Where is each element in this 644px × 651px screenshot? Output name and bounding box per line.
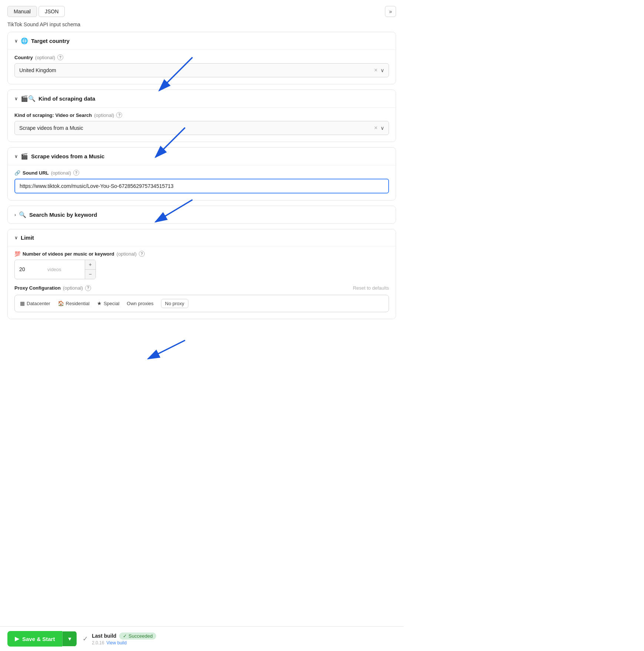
bottom-bar: ▶ Save & Start ▼ ✓ Last build ✓ Succeede… xyxy=(0,626,403,651)
scraping-type-controls: × ∨ xyxy=(374,125,384,131)
section-kind-scraping-header[interactable]: ∨ 🎬🔍 Kind of scraping data xyxy=(8,90,396,107)
version-label: 2.0.16 xyxy=(92,640,104,645)
proxy-datacenter-label: Datacenter xyxy=(27,301,50,306)
section-target-country-body: Country (optional) ? United Kingdom × ∨ xyxy=(8,50,396,84)
country-help-icon[interactable]: ? xyxy=(57,54,63,60)
proxy-residential[interactable]: 🏠 Residential xyxy=(58,300,90,306)
scraping-type-value: Scrape videos from a Music xyxy=(19,125,83,131)
scraping-type-clear-icon[interactable]: × xyxy=(374,125,378,131)
chevron-down-icon: ∨ xyxy=(14,38,18,44)
proxy-label-row: Proxy Configuration (optional) ? Reset t… xyxy=(14,285,389,291)
build-meta: 2.0.16 View build xyxy=(92,640,156,645)
section-search-music: › 🔍 Search Music by keyword xyxy=(7,206,396,224)
save-start-button[interactable]: ▶ Save & Start xyxy=(7,631,62,647)
chevron-down-icon-4: ∨ xyxy=(14,235,18,240)
section-kind-scraping: ∨ 🎬🔍 Kind of scraping data Kind of scrap… xyxy=(7,90,396,142)
section-kind-scraping-title: Kind of scraping data xyxy=(38,95,95,102)
num-videos-unit: videos xyxy=(44,267,85,272)
last-build-label-row: Last build ✓ Succeeded xyxy=(92,633,156,640)
save-start-dropdown-button[interactable]: ▼ xyxy=(62,631,77,646)
country-field-label: Country (optional) ? xyxy=(14,54,389,60)
main-content: ∨ 🌐 Target country Country (optional) ? … xyxy=(0,32,403,319)
section-scrape-music-title: Scrape videos from a Music xyxy=(31,153,104,159)
scraping-type-label: Kind of scraping: Video or Search (optio… xyxy=(14,112,389,118)
stepper-decrement[interactable]: − xyxy=(85,270,95,279)
reset-defaults-link[interactable]: Reset to defaults xyxy=(353,285,389,291)
last-build-text: Last build xyxy=(92,633,116,639)
last-build-info: Last build ✓ Succeeded 2.0.16 View build xyxy=(92,633,156,645)
globe-icon: 🌐 xyxy=(21,37,28,44)
chevron-down-icon-2: ∨ xyxy=(14,96,18,101)
stepper-increment[interactable]: + xyxy=(85,260,95,270)
chevron-down-icon-3: ∨ xyxy=(14,154,18,159)
proxy-own[interactable]: Own proxies xyxy=(127,301,154,306)
section-limit-title: Limit xyxy=(21,235,34,241)
datacenter-icon: ▦ xyxy=(20,300,25,306)
section-limit-header[interactable]: ∨ Limit xyxy=(8,229,396,246)
section-target-country-title: Target country xyxy=(31,38,70,44)
section-target-country-header[interactable]: ∨ 🌐 Target country xyxy=(8,32,396,50)
sound-url-help-icon[interactable]: ? xyxy=(73,170,79,176)
proxy-own-label: Own proxies xyxy=(127,301,154,306)
link-icon: 🔗 xyxy=(14,170,20,176)
proxy-options: ▦ Datacenter 🏠 Residential ★ Special Own… xyxy=(14,295,389,312)
proxy-help-icon[interactable]: ? xyxy=(85,285,91,291)
section-search-music-header[interactable]: › 🔍 Search Music by keyword xyxy=(8,206,396,223)
country-clear-icon[interactable]: × xyxy=(374,67,378,73)
search-icon: 🔍 xyxy=(19,211,26,218)
film-search-icon: 🎬🔍 xyxy=(21,95,36,102)
proxy-datacenter[interactable]: ▦ Datacenter xyxy=(20,300,50,306)
section-target-country: ∨ 🌐 Target country Country (optional) ? … xyxy=(7,32,396,84)
num-videos-help-icon[interactable]: ? xyxy=(139,251,145,257)
residential-icon: 🏠 xyxy=(58,300,64,306)
section-scrape-music: ∨ 🎬 Scrape videos from a Music 🔗 Sound U… xyxy=(7,147,396,200)
tab-group: Manual JSON xyxy=(7,6,65,17)
scraping-type-help-icon[interactable]: ? xyxy=(116,112,122,118)
sound-url-label: 🔗 Sound URL (optional) ? xyxy=(14,170,389,176)
proxy-none[interactable]: No proxy xyxy=(161,299,188,308)
succeeded-badge: ✓ Succeeded xyxy=(119,633,156,640)
top-bar: Manual JSON » xyxy=(0,0,403,20)
country-value: United Kingdom xyxy=(19,67,56,73)
tab-json[interactable]: JSON xyxy=(38,6,65,17)
film-icon: 🎬 xyxy=(21,153,28,160)
num-videos-label: 💯 Number of videos per music or keyword … xyxy=(14,251,389,257)
section-scrape-music-body: 🔗 Sound URL (optional) ? xyxy=(8,165,396,200)
proxy-none-label: No proxy xyxy=(165,301,184,306)
stepper-buttons: + − xyxy=(85,260,95,279)
proxy-special[interactable]: ★ Special xyxy=(97,300,120,306)
proxy-special-label: Special xyxy=(104,301,120,306)
num-videos-input-box: 20 videos + − xyxy=(14,260,96,279)
section-limit: ∨ Limit 💯 Number of videos per music or … xyxy=(7,229,396,319)
section-search-music-title: Search Music by keyword xyxy=(29,212,97,218)
section-limit-body: 💯 Number of videos per music or keyword … xyxy=(8,246,396,319)
section-kind-scraping-body: Kind of scraping: Video or Search (optio… xyxy=(8,107,396,142)
proxy-section: Proxy Configuration (optional) ? Reset t… xyxy=(14,285,389,312)
succeeded-label: Succeeded xyxy=(128,633,152,639)
checkmark-icon: ✓ xyxy=(83,635,88,643)
num-videos-input-row: 20 videos + − xyxy=(14,260,389,279)
proxy-label: Proxy Configuration (optional) ? xyxy=(14,285,91,291)
save-start-group: ▶ Save & Start ▼ xyxy=(7,631,77,647)
succeeded-check-icon: ✓ xyxy=(123,633,127,639)
country-select[interactable]: United Kingdom × ∨ xyxy=(14,63,389,77)
scraping-type-dropdown-icon[interactable]: ∨ xyxy=(380,125,384,131)
num-videos-input[interactable]: 20 xyxy=(15,263,44,275)
save-start-label: Save & Start xyxy=(22,636,55,642)
special-icon: ★ xyxy=(97,300,102,306)
tab-manual[interactable]: Manual xyxy=(7,6,37,17)
last-build-section: ✓ Last build ✓ Succeeded 2.0.16 View bui… xyxy=(83,633,156,645)
country-controls: × ∨ xyxy=(374,67,384,73)
expand-button[interactable]: » xyxy=(385,6,396,17)
view-build-link[interactable]: View build xyxy=(107,640,127,645)
country-dropdown-icon[interactable]: ∨ xyxy=(380,67,384,73)
sound-url-input[interactable] xyxy=(14,179,389,193)
scraping-type-select[interactable]: Scrape videos from a Music × ∨ xyxy=(14,121,389,135)
section-scrape-music-header[interactable]: ∨ 🎬 Scrape videos from a Music xyxy=(8,148,396,165)
chevron-right-icon: › xyxy=(14,212,16,217)
hundred-icon: 💯 xyxy=(14,251,20,257)
proxy-residential-label: Residential xyxy=(66,301,90,306)
schema-title: TikTok Sound API input schema xyxy=(0,20,403,32)
play-icon: ▶ xyxy=(15,635,19,642)
